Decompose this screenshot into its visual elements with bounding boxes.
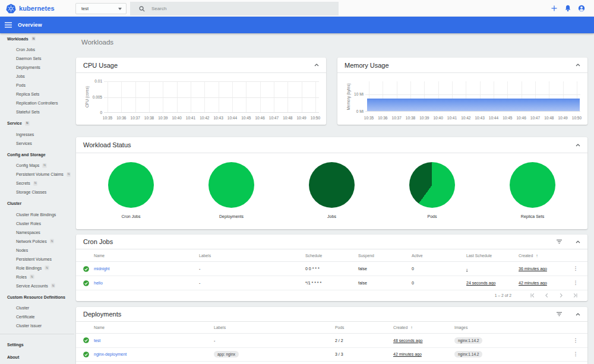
sidebar-item-cluster-roles[interactable]: Cluster Roles — [0, 219, 74, 228]
cron-job-name-link[interactable]: midnight — [94, 267, 199, 271]
cron-job-created: 42 minutes ago — [519, 281, 571, 285]
pagination-range-label: 1 – 2 of 2 — [495, 293, 511, 297]
sidebar-item-network-policies[interactable]: Network PoliciesN — [0, 237, 74, 246]
column-header-pods[interactable]: Pods — [335, 325, 393, 330]
column-header-suspend[interactable]: Suspend — [358, 254, 412, 258]
column-header-created[interactable]: Created ↑ — [519, 254, 571, 258]
row-menu-button[interactable]: ⋮ — [573, 352, 579, 357]
sidebar-label: Stateful Sets — [16, 110, 40, 114]
row-menu-button[interactable]: ⋮ — [573, 280, 579, 286]
search-bar[interactable] — [130, 2, 339, 15]
column-header-active[interactable]: Active — [412, 254, 466, 258]
deployment-name-link[interactable]: nginx-deployment — [94, 352, 214, 356]
sidebar-section-workloads: WorkloadsN — [0, 34, 74, 43]
sidebar-item-cluster-issuer[interactable]: Cluster Issuer — [0, 321, 74, 330]
status-ok-icon — [83, 352, 94, 357]
notifications-icon[interactable] — [564, 5, 571, 12]
prev-page-button[interactable] — [544, 293, 549, 298]
cron-job-suspend: false — [358, 267, 412, 271]
sidebar-item-roles[interactable]: RolesN — [0, 273, 74, 281]
deployments-card: Deployments NameLabelsPodsCreated ↑Image… — [76, 307, 587, 364]
cron-job-active: 0 — [412, 281, 466, 285]
cron-job-schedule: */1 * * * * — [305, 281, 358, 285]
first-page-button[interactable] — [530, 293, 535, 298]
sidebar-item-persistent-volume-claims[interactable]: Persistent Volume ClaimsN — [0, 170, 74, 179]
last-page-button[interactable] — [573, 293, 578, 298]
deployment-name-link[interactable]: test — [94, 338, 214, 343]
toolbar-title: Overview — [18, 22, 42, 28]
time-tick-label: 10:37 — [392, 116, 402, 120]
column-header-schedule[interactable]: Schedule — [305, 254, 358, 258]
cron-job-name-link[interactable]: hello — [94, 281, 199, 285]
memory-ytick-1: 0 Mi — [339, 109, 364, 113]
column-header-created[interactable]: Created ↑ — [393, 325, 454, 330]
sidebar-item-namespaces[interactable]: Namespaces — [0, 228, 74, 237]
cron-jobs-filter-button[interactable] — [556, 239, 563, 244]
sidebar-label: Services — [16, 141, 32, 145]
deployments-collapse-button[interactable] — [576, 313, 580, 316]
sidebar-item-nodes[interactable]: Nodes — [0, 246, 74, 255]
memory-area-series — [367, 99, 580, 112]
account-icon[interactable] — [578, 5, 585, 12]
column-header-last-schedule[interactable]: Last Schedule — [466, 254, 519, 258]
deployments-filter-button[interactable] — [556, 312, 563, 316]
sidebar-item-replica-sets[interactable]: Replica Sets — [0, 90, 74, 99]
time-tick-label: 10:39 — [419, 116, 429, 120]
sidebar-item-certificate[interactable]: Certificate — [0, 312, 74, 321]
column-header-labels[interactable]: Labels — [214, 325, 335, 330]
sidebar-item-about[interactable]: About — [0, 353, 74, 362]
search-icon — [139, 6, 145, 12]
sidebar-item-cluster[interactable]: Cluster — [0, 303, 74, 312]
cron-job-row: midnight-0 0 * * *false0-36 minutes ago⋮ — [76, 262, 587, 276]
sidebar-item-daemon-sets[interactable]: Daemon Sets — [0, 54, 74, 63]
sidebar-item-cluster-role-bindings[interactable]: Cluster Role Bindings — [0, 210, 74, 219]
sidebar-section-config-and-storage: Config and Storage — [0, 150, 74, 159]
sidebar-item-pods[interactable]: Pods — [0, 81, 74, 90]
row-menu-button[interactable]: ⋮ — [573, 266, 579, 271]
sidebar-item-jobs[interactable]: Jobs — [0, 72, 74, 81]
column-header-labels[interactable]: Labels — [199, 254, 305, 258]
sidebar-item-replication-controllers[interactable]: Replication Controllers — [0, 99, 74, 107]
page-title: Workloads — [81, 39, 113, 46]
column-header-name[interactable]: Name — [94, 254, 199, 258]
sidebar-item-service-accounts[interactable]: Service AccountsN — [0, 281, 74, 290]
search-input[interactable] — [151, 6, 300, 11]
kubernetes-logo[interactable]: kubernetes — [6, 0, 55, 17]
namespace-caret-icon — [118, 8, 122, 10]
sidebar-label: Custom Resource Definitions — [7, 295, 65, 299]
sidebar-item-role-bindings[interactable]: Role BindingsN — [0, 264, 74, 273]
add-icon[interactable] — [551, 5, 558, 12]
workload-status-collapse-button[interactable] — [576, 144, 580, 147]
column-header-images[interactable]: Images — [454, 325, 571, 330]
time-tick-label: 10:47 — [269, 116, 279, 120]
cpu-collapse-button[interactable] — [314, 64, 319, 67]
sidebar-item-storage-classes[interactable]: Storage Classes — [0, 188, 74, 197]
next-page-button[interactable] — [558, 293, 564, 298]
column-header-name[interactable]: Name — [94, 325, 214, 330]
pie-chart — [510, 162, 555, 208]
memory-collapse-button[interactable] — [576, 64, 580, 67]
sidebar-item-settings[interactable]: Settings — [0, 340, 74, 349]
namespaced-badge: N — [42, 163, 47, 168]
sidebar-item-persistent-volumes[interactable]: Persistent Volumes — [0, 255, 74, 264]
topbar: kubernetes test — [0, 0, 594, 17]
sidebar-item-config-maps[interactable]: Config MapsN — [0, 161, 74, 170]
workload-pie-replica-sets: Replica Sets — [482, 162, 583, 219]
sidebar-label: Config Maps — [16, 163, 39, 167]
namespace-select[interactable]: test — [75, 3, 127, 14]
sidebar-item-secrets[interactable]: SecretsN — [0, 179, 74, 188]
sort-asc-icon: ↑ — [535, 254, 538, 258]
time-tick-label: 10:39 — [158, 116, 168, 120]
sidebar-item-cron-jobs[interactable]: Cron Jobs — [0, 45, 74, 54]
sidebar-label: Roles — [16, 275, 27, 279]
cron-jobs-collapse-button[interactable] — [576, 240, 580, 243]
sidebar-item-deployments[interactable]: Deployments — [0, 63, 74, 72]
row-menu-button[interactable]: ⋮ — [573, 338, 579, 343]
time-tick-label: 10:46 — [255, 116, 264, 120]
sidebar-item-ingresses[interactable]: Ingresses — [0, 130, 74, 139]
sidebar-label: About — [7, 355, 19, 359]
sidebar-item-stateful-sets[interactable]: Stateful Sets — [0, 107, 74, 116]
menu-icon[interactable] — [5, 22, 12, 28]
sidebar-item-services[interactable]: Services — [0, 139, 74, 148]
time-tick-label: 10:42 — [461, 116, 470, 120]
